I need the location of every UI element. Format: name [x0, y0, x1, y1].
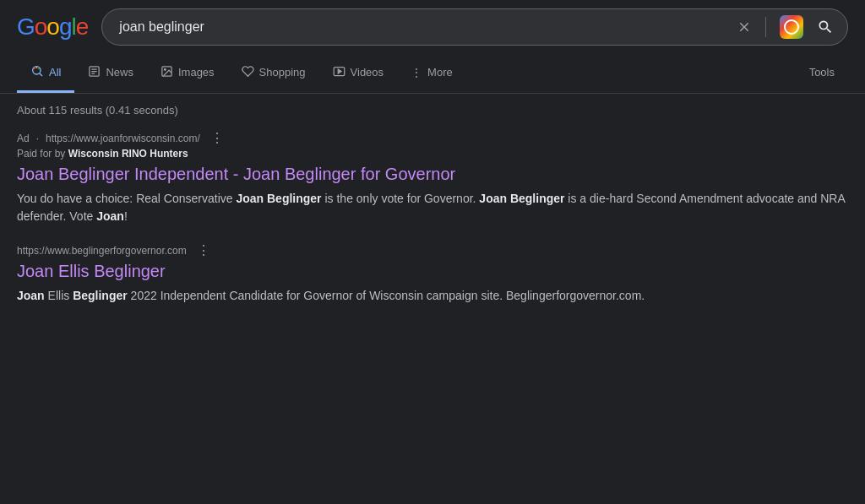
ad-dot: ·: [36, 133, 39, 144]
ad-snippet: You do have a choice: Real Conservative …: [17, 190, 848, 225]
ad-url[interactable]: https://www.joanforwisconsin.com/: [46, 133, 200, 144]
tab-shopping-label: Shopping: [259, 66, 306, 79]
tab-all-label: All: [49, 66, 61, 79]
svg-point-6: [164, 68, 166, 70]
shopping-icon: [242, 65, 254, 80]
header: Google joan beglinger: [0, 0, 865, 54]
divider: [765, 17, 766, 37]
svg-point-2: [35, 67, 37, 68]
results-container: About 115 results (0.41 seconds) Ad · ht…: [0, 94, 865, 332]
tab-news[interactable]: News: [74, 55, 147, 93]
tab-images-label: Images: [178, 66, 215, 79]
svg-point-1: [34, 68, 35, 69]
news-icon: [88, 65, 101, 80]
result-url-line-1: https://www.beglingerforgovernor.com ⋮: [17, 242, 848, 258]
organic-title[interactable]: Joan Ellis Beglinger: [17, 260, 848, 282]
organic-menu-icon[interactable]: ⋮: [197, 242, 210, 258]
tab-videos-label: Videos: [351, 66, 384, 79]
ad-menu-icon[interactable]: ⋮: [210, 130, 224, 146]
ad-label: Ad: [17, 133, 30, 144]
tab-tools[interactable]: Tools: [796, 56, 848, 91]
ad-title[interactable]: Joan Beglinger Independent - Joan Beglin…: [17, 163, 848, 185]
tab-more-label: More: [427, 66, 453, 79]
all-icon: [30, 64, 44, 80]
tab-news-label: News: [106, 66, 133, 79]
tab-tools-label: Tools: [809, 66, 835, 79]
lens-button[interactable]: [776, 12, 807, 42]
tab-more[interactable]: ⋮ More: [397, 56, 466, 92]
tab-all[interactable]: All: [17, 54, 74, 93]
ad-sponsor: Paid for by Wisconsin RINO Hunters: [17, 148, 848, 160]
svg-marker-8: [338, 69, 341, 73]
tab-images[interactable]: Images: [147, 55, 228, 93]
search-button[interactable]: [813, 15, 837, 39]
search-query: joan beglinger: [119, 19, 733, 35]
organic-snippet: Joan Ellis Beglinger 2022 Independent Ca…: [17, 287, 848, 305]
ad-sponsor-name: Wisconsin RINO Hunters: [68, 148, 188, 160]
images-icon: [160, 65, 173, 80]
tab-shopping[interactable]: Shopping: [228, 55, 319, 93]
search-icons: [733, 12, 837, 42]
result-ad: Ad · https://www.joanforwisconsin.com/ ⋮…: [17, 130, 848, 225]
more-dots-icon: ⋮: [411, 66, 422, 79]
organic-url[interactable]: https://www.beglingerforgovernor.com: [17, 245, 187, 257]
search-bar[interactable]: joan beglinger: [101, 8, 848, 46]
result-url-line-ad: Ad · https://www.joanforwisconsin.com/ ⋮: [17, 130, 848, 146]
results-count: About 115 results (0.41 seconds): [17, 104, 848, 117]
tab-videos[interactable]: Videos: [319, 55, 398, 93]
svg-point-3: [38, 68, 40, 69]
videos-icon: [333, 65, 345, 80]
nav-tabs: All News Images Shopping Videos ⋮ More T…: [0, 54, 865, 94]
clear-button[interactable]: [733, 16, 755, 38]
google-logo[interactable]: Google: [17, 14, 88, 41]
result-organic-1: https://www.beglingerforgovernor.com ⋮ J…: [17, 242, 848, 305]
lens-icon: [780, 15, 803, 39]
